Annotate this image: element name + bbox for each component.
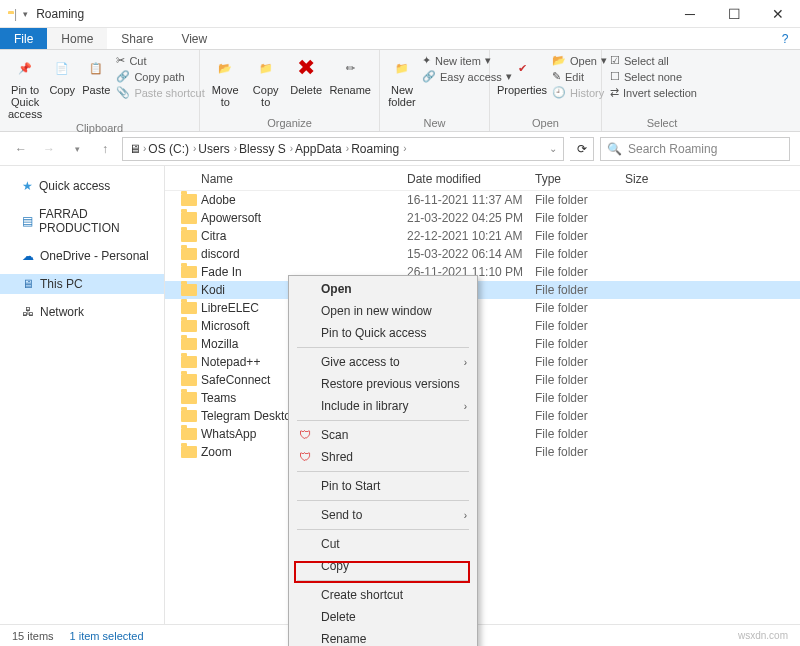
- folder-icon: [179, 446, 199, 458]
- sidebar-item[interactable]: ★Quick access: [0, 176, 164, 196]
- ctx-shred[interactable]: 🛡Shred: [291, 446, 475, 468]
- table-row[interactable]: LibreELECFile folder: [165, 299, 800, 317]
- close-button[interactable]: ✕: [756, 0, 800, 28]
- breadcrumb-dropdown-icon[interactable]: ⌄: [549, 143, 557, 154]
- ctx-rename[interactable]: Rename: [291, 628, 475, 646]
- up-button[interactable]: ↑: [94, 138, 116, 160]
- file-type: File folder: [535, 427, 625, 441]
- folder-icon: [179, 410, 199, 422]
- breadcrumb-seg[interactable]: Roaming: [351, 142, 399, 156]
- group-organize-label: Organize: [208, 115, 371, 129]
- ctx-open[interactable]: Open: [291, 278, 475, 300]
- copy-to-button[interactable]: 📁Copy to: [248, 54, 282, 108]
- ctx-delete[interactable]: Delete: [291, 606, 475, 628]
- ctx-cut[interactable]: Cut: [291, 533, 475, 555]
- table-row[interactable]: Telegram DesktopFile folder: [165, 407, 800, 425]
- folder-icon: [179, 194, 199, 206]
- help-icon[interactable]: ?: [770, 28, 800, 49]
- breadcrumb-seg[interactable]: OS (C:): [148, 142, 189, 156]
- ctx-create-shortcut[interactable]: Create shortcut: [291, 584, 475, 606]
- table-row[interactable]: MozillaFile folder: [165, 335, 800, 353]
- edit-button[interactable]: ✎ Edit: [552, 70, 607, 83]
- group-new-label: New: [388, 115, 481, 129]
- table-row[interactable]: Apowersoft21-03-2022 04:25 PMFile folder: [165, 209, 800, 227]
- rename-button[interactable]: ✏Rename: [329, 54, 371, 96]
- folder-icon: [179, 266, 199, 278]
- sidebar-icon: 🖧: [22, 305, 34, 319]
- ctx-give-access-to[interactable]: Give access to›: [291, 351, 475, 373]
- forward-button[interactable]: →: [38, 138, 60, 160]
- table-row[interactable]: Fade In26-11-2021 11:10 PMFile folder: [165, 263, 800, 281]
- minimize-button[interactable]: ─: [668, 0, 712, 28]
- refresh-button[interactable]: ⟳: [570, 137, 594, 161]
- group-select-label: Select: [610, 115, 714, 129]
- tab-file[interactable]: File: [0, 28, 47, 49]
- file-name: Adobe: [199, 193, 407, 207]
- tab-home[interactable]: Home: [47, 28, 107, 49]
- recent-locations-button[interactable]: ▾: [66, 138, 88, 160]
- paste-button[interactable]: 📋Paste: [82, 54, 110, 96]
- table-row[interactable]: Notepad++File folder: [165, 353, 800, 371]
- paste-shortcut-button[interactable]: 📎 Paste shortcut: [116, 86, 204, 99]
- col-size[interactable]: Size: [625, 172, 685, 186]
- select-all-button[interactable]: ☑ Select all: [610, 54, 697, 67]
- table-row[interactable]: ZoomFile folder: [165, 443, 800, 461]
- maximize-button[interactable]: ☐: [712, 0, 756, 28]
- invert-selection-button[interactable]: ⇄ Invert selection: [610, 86, 697, 99]
- table-row[interactable]: Citra22-12-2021 10:21 AMFile folder: [165, 227, 800, 245]
- folder-icon: [179, 302, 199, 314]
- new-folder-button[interactable]: 📁New folder: [388, 54, 416, 108]
- file-type: File folder: [535, 283, 625, 297]
- ctx-copy[interactable]: Copy: [291, 555, 475, 577]
- sidebar-item[interactable]: ☁OneDrive - Personal: [0, 246, 164, 266]
- cut-button[interactable]: ✂ Cut: [116, 54, 204, 67]
- copy-path-button[interactable]: 🔗 Copy path: [116, 70, 204, 83]
- table-row[interactable]: WhatsAppFile folder: [165, 425, 800, 443]
- sidebar-item[interactable]: 🖥This PC: [0, 274, 164, 294]
- ctx-open-new-window[interactable]: Open in new window: [291, 300, 475, 322]
- table-row[interactable]: Adobe16-11-2021 11:37 AMFile folder: [165, 191, 800, 209]
- breadcrumb[interactable]: 🖥 › OS (C:)› Users› Blessy S› AppData› R…: [122, 137, 564, 161]
- pin-quick-access-button[interactable]: 📌Pin to Quick access: [8, 54, 42, 120]
- open-button[interactable]: 📂 Open ▾: [552, 54, 607, 67]
- tab-view[interactable]: View: [167, 28, 221, 49]
- table-row[interactable]: MicrosoftFile folder: [165, 317, 800, 335]
- breadcrumb-seg[interactable]: Users: [198, 142, 229, 156]
- delete-button[interactable]: ✖Delete: [289, 54, 323, 96]
- ctx-scan[interactable]: 🛡Scan: [291, 424, 475, 446]
- sidebar-item[interactable]: ▤FARRAD PRODUCTION: [0, 204, 164, 238]
- history-button[interactable]: 🕘 History: [552, 86, 607, 99]
- col-type[interactable]: Type: [535, 172, 625, 186]
- col-date[interactable]: Date modified: [407, 172, 535, 186]
- sidebar-icon: ▤: [22, 214, 33, 228]
- shield-icon: 🛡: [297, 428, 313, 442]
- back-button[interactable]: ←: [10, 138, 32, 160]
- ctx-send-to[interactable]: Send to›: [291, 504, 475, 526]
- search-icon: 🔍: [607, 142, 622, 156]
- file-name: Citra: [199, 229, 407, 243]
- table-row[interactable]: discord15-03-2022 06:14 AMFile folder: [165, 245, 800, 263]
- ctx-restore-previous[interactable]: Restore previous versions: [291, 373, 475, 395]
- ctx-pin-to-start[interactable]: Pin to Start: [291, 475, 475, 497]
- context-menu: Open Open in new window Pin to Quick acc…: [288, 275, 478, 646]
- sidebar-item-label: FARRAD PRODUCTION: [39, 207, 156, 235]
- col-name[interactable]: Name: [201, 172, 407, 186]
- breadcrumb-seg[interactable]: Blessy S: [239, 142, 286, 156]
- window-title: Roaming: [36, 7, 84, 21]
- properties-button[interactable]: ✔Properties: [498, 54, 546, 96]
- breadcrumb-seg[interactable]: AppData: [295, 142, 342, 156]
- select-none-button[interactable]: ☐ Select none: [610, 70, 697, 83]
- file-type: File folder: [535, 229, 625, 243]
- sidebar-item-label: Quick access: [39, 179, 110, 193]
- qat-dropdown-icon[interactable]: ▾: [23, 9, 28, 19]
- tab-share[interactable]: Share: [107, 28, 167, 49]
- copy-button[interactable]: 📄Copy: [48, 54, 76, 96]
- sidebar-item[interactable]: 🖧Network: [0, 302, 164, 322]
- search-input[interactable]: 🔍 Search Roaming: [600, 137, 790, 161]
- ctx-include-in-library[interactable]: Include in library›: [291, 395, 475, 417]
- table-row[interactable]: SafeConnectFile folder: [165, 371, 800, 389]
- move-to-button[interactable]: 📂Move to: [208, 54, 242, 108]
- ctx-pin-quick-access[interactable]: Pin to Quick access: [291, 322, 475, 344]
- table-row[interactable]: KodiFile folder: [165, 281, 800, 299]
- table-row[interactable]: TeamsFile folder: [165, 389, 800, 407]
